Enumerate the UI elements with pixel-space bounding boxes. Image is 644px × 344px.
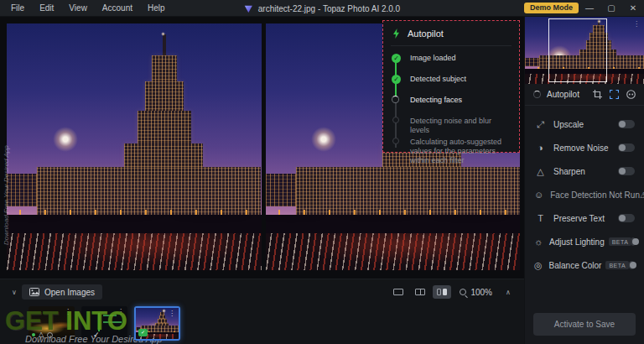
thumbnail-menu-icon[interactable]: ⋮	[169, 310, 175, 317]
open-images-button[interactable]: Open Images	[22, 284, 102, 300]
preferences-icon[interactable]	[626, 90, 636, 99]
mini-progress-text	[103, 315, 117, 316]
filter-remove-noise[interactable]: ◑ Remove Noise	[525, 136, 644, 159]
step-label: Calculating auto-suggested values for th…	[410, 138, 512, 165]
streetlamp-flare	[311, 127, 336, 152]
image-thumbnail-3-selected[interactable]: ⋮ ✓	[134, 306, 180, 341]
processed-badge: ✓	[138, 329, 148, 336]
check-circle-icon: ✓	[392, 54, 401, 63]
thumbnail-status-icons: △	[32, 331, 53, 338]
building-base	[37, 167, 261, 216]
adjust-lighting-toggle[interactable]	[631, 237, 635, 246]
step-image-loaded: ✓ Image loaded	[392, 54, 512, 75]
step-calculating-values: Calculating auto-suggested values for th…	[392, 138, 512, 165]
filter-preserve-text[interactable]: T Preserve Text	[525, 206, 644, 230]
autopilot-status-popup: Autopilot ✓ Image loaded ✓ Detected subj…	[382, 20, 520, 153]
crop-icon[interactable]	[593, 90, 602, 99]
filter-adjust-lighting[interactable]: ☼ Adjust Lighting BETA	[525, 230, 644, 253]
close-button[interactable]: ✕	[622, 0, 644, 17]
image-thumbnail-2[interactable]: ⋮ ✓	[81, 306, 127, 341]
sharpen-toggle[interactable]	[618, 167, 635, 175]
bottom-bar: ∨ Open Images 100%	[0, 279, 524, 344]
autopilot-spinner-icon	[533, 91, 541, 98]
tower-upper	[145, 81, 184, 112]
filter-sharpen[interactable]: △ Sharpen	[525, 159, 644, 183]
sharpen-status-icon: △	[39, 331, 44, 338]
navigator-thumbnail[interactable]: ⋮	[525, 17, 644, 84]
collapse-filmstrip-button[interactable]: ∨	[7, 289, 22, 296]
split-view-button[interactable]	[411, 285, 429, 299]
tower-mid	[138, 111, 191, 144]
image-canvas: Autopilot ✓ Image loaded ✓ Detected subj…	[0, 17, 524, 344]
filter-list: ⤢ Upscale ◑ Remove Noise △ Sharpen ☺ Fac…	[525, 106, 644, 277]
mini-progress-text	[103, 321, 122, 323]
streetlamp-flare	[53, 127, 78, 152]
side-by-side-view-button[interactable]	[433, 285, 451, 299]
zoom-menu-button[interactable]: ∧	[501, 289, 516, 296]
beta-badge: BETA	[609, 237, 632, 246]
menu-edit[interactable]: Edit	[32, 3, 61, 13]
pending-circle-icon	[392, 138, 399, 144]
image-icon	[29, 288, 39, 296]
titlebar: File Edit View Account Help architect-22…	[0, 0, 644, 17]
menu-file[interactable]: File	[3, 3, 32, 13]
minimize-button[interactable]: —	[579, 0, 600, 17]
expand-fullscreen-icon[interactable]	[610, 90, 619, 99]
single-view-button[interactable]	[389, 285, 408, 299]
filter-balance-color[interactable]: ◎ Balance Color BETA	[525, 253, 644, 277]
lighting-icon: ☼	[534, 237, 543, 247]
step-detecting-faces: Detecting faces	[392, 96, 512, 117]
balance-color-toggle[interactable]	[629, 261, 635, 269]
sharpen-icon: △	[534, 166, 547, 177]
building-base	[296, 167, 520, 216]
magnifier-icon	[460, 289, 466, 295]
window-controls: — ▢ ✕	[579, 0, 644, 17]
menu-account[interactable]: Account	[95, 3, 140, 13]
done-check-icon: ✓	[93, 331, 100, 339]
mini-progress-line	[98, 313, 100, 331]
menu-bar: File Edit View Account Help	[0, 3, 173, 13]
maximize-button[interactable]: ▢	[600, 0, 622, 17]
filmstrip: ⋮ △ ⋮ ✓	[29, 306, 524, 341]
remove-noise-toggle[interactable]	[618, 143, 635, 152]
lightning-bolt-icon	[392, 29, 400, 39]
filter-upscale[interactable]: ⤢ Upscale	[525, 112, 644, 136]
zoom-control[interactable]: 100%	[454, 288, 497, 297]
road-light-trails	[7, 233, 262, 270]
thumbnail-menu-icon[interactable]: ⋮	[117, 308, 124, 315]
zoom-level: 100%	[470, 288, 492, 297]
autopilot-popup-title: Autopilot	[408, 29, 444, 39]
activate-to-save-button[interactable]: Activate to Save	[533, 313, 636, 336]
filter-face-detection[interactable]: ☺ Face Detection Not Run ⚠	[525, 183, 644, 206]
face-icon: ☺	[534, 190, 543, 200]
app-logo-icon	[244, 4, 253, 13]
spinner-icon	[392, 96, 399, 103]
image-thumbnail-1[interactable]: ⋮ △	[29, 306, 75, 341]
viewport-rectangle[interactable]	[548, 18, 607, 82]
upscale-icon: ⤢	[534, 119, 547, 130]
pending-circle-icon	[392, 117, 399, 123]
step-label: Detecting noise and blur levels	[410, 117, 512, 135]
step-detected-subject: ✓ Detected subject	[392, 75, 512, 96]
color-icon: ◎	[534, 260, 543, 271]
step-label: Detected subject	[410, 75, 466, 84]
city-dusk-photo	[7, 23, 262, 270]
preserve-text-toggle[interactable]	[618, 214, 635, 222]
text-icon: T	[534, 213, 547, 223]
road-light-trails	[266, 233, 521, 270]
upscale-toggle[interactable]	[618, 120, 635, 128]
check-circle-icon: ✓	[392, 75, 401, 84]
noise-status-icon	[47, 332, 53, 338]
menu-view[interactable]: View	[61, 3, 95, 13]
window-title: architect-22.jpg - Topaz Photo AI 2.0.0	[244, 0, 400, 17]
menu-help[interactable]: Help	[140, 3, 173, 13]
demo-mode-badge: Demo Mode	[524, 3, 579, 13]
autopilot-steps: ✓ Image loaded ✓ Detected subject Detect…	[391, 54, 512, 165]
autopilot-label: Autopilot	[547, 90, 579, 99]
navigator-menu-icon[interactable]: ⋮	[633, 20, 640, 28]
status-dot-icon	[32, 333, 35, 336]
remove-noise-icon: ◑	[534, 143, 547, 153]
before-image-pane[interactable]	[7, 23, 262, 270]
open-images-label: Open Images	[44, 288, 95, 297]
thumbnail-menu-icon[interactable]: ⋮	[65, 308, 71, 315]
